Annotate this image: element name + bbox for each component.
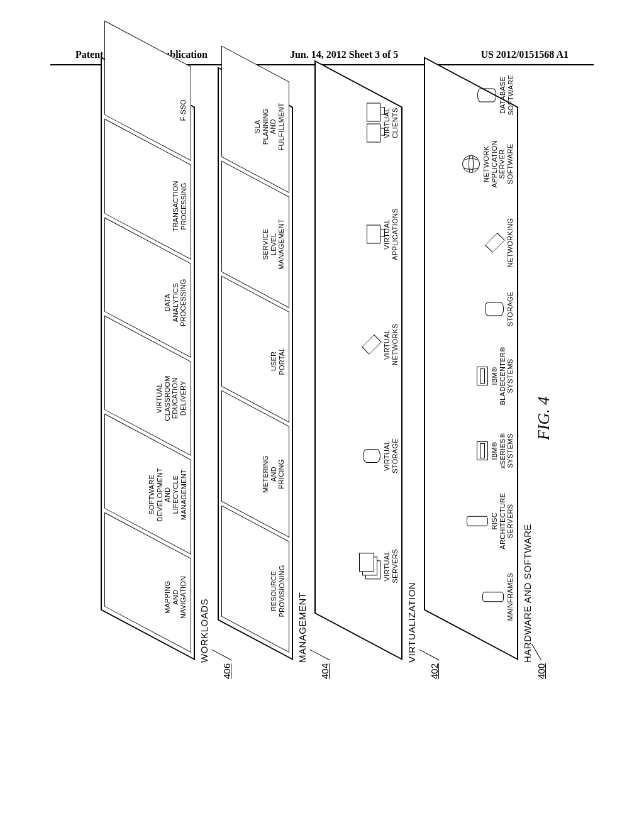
label-management: MANAGEMENT: [297, 592, 308, 663]
tile-virtual-servers: VIRTUALSERVERS: [359, 529, 399, 604]
tile-networking: NETWORKING: [486, 214, 514, 271]
tile-cap: MAINFRAMES: [506, 573, 514, 621]
tile-cap: IBM®xSERIES®SYSTEMS: [491, 433, 514, 468]
cell-text: TRANSACTIONPROCESSING: [169, 179, 191, 233]
database-icon: [477, 88, 496, 102]
globe-icon: [462, 155, 480, 173]
tile-virtual-storage: VIRTUALSTORAGE: [363, 418, 399, 494]
clients-icon: [367, 103, 380, 143]
tile-risc-servers: RISCARCHITECTURESERVERS: [467, 491, 514, 551]
layer-hardware-software: MAINFRAMES RISCARCHITECTURESERVERS IBM®x…: [424, 107, 518, 660]
hw-sw-tiles: MAINFRAMES RISCARCHITECTURESERVERS IBM®x…: [429, 25, 514, 640]
risc-icon: [467, 516, 488, 526]
mainframe-icon: [482, 592, 504, 602]
servers-icon: [359, 553, 380, 580]
tile-xseries: IBM®xSERIES®SYSTEMS: [477, 421, 514, 481]
figure-viewport: MAPPINGANDNAVIGATION SOFTWAREDEVELOPMENT…: [101, 101, 541, 729]
figure-caption: FIG. 4: [535, 397, 553, 440]
virtualization-tiles: VIRTUALSERVERS VIRTUALSTORAGE VIRTUALNET…: [319, 33, 399, 633]
cell-text: SOFTWAREDEVELOPMENTANDLIFECYCLEMANAGEMEN…: [145, 467, 191, 523]
tile-cap: VIRTUALAPPLICATIONS: [383, 208, 399, 260]
layer-virtualization: VIRTUALSERVERS VIRTUALSTORAGE VIRTUALNET…: [314, 107, 402, 660]
tile-cap: VIRTUALCLIENTS: [383, 108, 399, 138]
label-virtualization: VIRTUALIZATION: [406, 582, 417, 663]
tile-cap: NETWORKING: [506, 218, 514, 268]
ref-404: 404: [319, 663, 330, 679]
networking-icon: [486, 233, 506, 253]
tile-cap: VIRTUALNETWORKS: [383, 324, 399, 365]
cell-text: SLAPLANNINGANDFULFILLMENT: [251, 102, 289, 152]
tile-virtual-applications: VIRTUALAPPLICATIONS: [367, 196, 399, 272]
ref-402: 402: [429, 663, 440, 679]
cell-text: RESOURCEPROVISIONING: [267, 563, 289, 618]
tile-storage: STORAGE: [485, 284, 514, 334]
tile-cap: RISCARCHITECTURESERVERS: [491, 493, 514, 550]
tile-cap: NETWORKAPPLICATIONSERVERSOFTWARE: [482, 140, 514, 187]
tile-bladecenter: IBM®BLADECENTER®SYSTEMS: [477, 345, 514, 407]
workloads-cells: MAPPINGANDNAVIGATION SOFTWAREDEVELOPMENT…: [104, 21, 191, 653]
tile-virtual-networks: VIRTUALNETWORKS: [363, 307, 399, 382]
tile-database-software: DATABASESOFTWARE: [477, 67, 514, 123]
layer-workloads: MAPPINGANDNAVIGATION SOFTWAREDEVELOPMENT…: [101, 107, 195, 660]
layer-management: RESOURCEPROVISIONING METERINGANDPRICING …: [218, 107, 293, 660]
storage-icon: [363, 449, 380, 463]
tile-cap: STORAGE: [506, 292, 514, 327]
cell-text: VIRTUALCLASSROOMEDUCATIONDELIVERY: [153, 375, 191, 423]
tile-cap: IBM®BLADECENTER®SYSTEMS: [491, 347, 514, 406]
tile-virtual-clients: VIRTUALCLIENTS: [367, 85, 399, 160]
tile-cap: VIRTUALSTORAGE: [383, 438, 399, 473]
network-icon: [362, 335, 382, 355]
app-icon: [367, 224, 380, 243]
cell-text: USERPORTAL: [267, 346, 289, 376]
cell-text: DATAANALYTICSPROCESSING: [161, 277, 191, 327]
ref-400: 400: [536, 663, 547, 679]
bladecenter-icon: [477, 367, 488, 385]
management-cells: RESOURCEPROVISIONING METERINGANDPRICING …: [221, 46, 289, 653]
cell-text: F-SSO: [177, 98, 191, 123]
storage-hw-icon: [485, 302, 504, 316]
ref-406: 406: [221, 663, 232, 679]
tile-cap: VIRTUALSERVERS: [383, 549, 399, 583]
tile-cap: DATABASESOFTWARE: [499, 75, 514, 115]
cell-text: MAPPINGANDNAVIGATION: [161, 575, 191, 620]
ref-400-tick: [531, 644, 541, 660]
header-right: US 2012/0151568 A1: [480, 49, 569, 60]
figure-4: MAPPINGANDNAVIGATION SOFTWAREDEVELOPMENT…: [101, 101, 541, 729]
cell-text: SERVICELEVELMANAGEMENT: [259, 218, 289, 271]
label-workloads: WORKLOADS: [199, 599, 209, 663]
tile-mainframes: MAINFRAMES: [482, 568, 514, 625]
label-hardware-software: HARDWARE AND SOFTWARE: [522, 524, 533, 663]
tile-network-app-server: NETWORKAPPLICATIONSERVERSOFTWARE: [462, 133, 514, 196]
xseries-icon: [477, 441, 488, 460]
cell-text: METERINGANDPRICING: [259, 454, 289, 494]
